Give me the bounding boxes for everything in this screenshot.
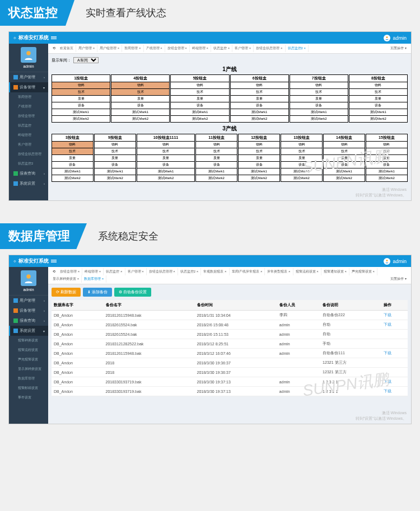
grid-cell[interactable]: 技术 — [196, 148, 237, 155]
grid-cell[interactable]: 测试Mark1 — [231, 109, 288, 116]
tab-home-icon[interactable]: ⟲ — [50, 45, 58, 52]
grid-cell[interactable]: 物料 — [137, 142, 194, 148]
nav-client[interactable]: 客户管理 — [9, 140, 48, 149]
tab[interactable]: 显示屏种类设置 × — [50, 275, 82, 283]
grid-cell[interactable]: 测试Mark1 — [196, 168, 237, 175]
grid-cell[interactable]: 物料 — [196, 142, 237, 148]
tab[interactable]: 车间管理 × — [122, 45, 143, 52]
nav-report[interactable]: 报表查询› — [9, 168, 48, 179]
grid-cell[interactable]: 质量 — [137, 155, 194, 162]
grid-cell[interactable]: 质量 — [290, 96, 348, 102]
nav-workshop[interactable]: 车间管理 — [9, 92, 48, 102]
grid-cell[interactable]: 测试Mark2 — [52, 116, 110, 122]
nav-s1[interactable]: 报警种类设置 — [9, 336, 48, 345]
grid-cell[interactable]: 技术 — [111, 89, 169, 96]
tab[interactable]: 终端管理 × — [82, 268, 104, 275]
download-link[interactable]: 下载 — [381, 349, 408, 358]
nav-s4[interactable]: 显示屏种类设置 — [9, 364, 48, 374]
menu-icon[interactable] — [51, 259, 57, 263]
menu-icon[interactable] — [51, 36, 57, 40]
grid-cell[interactable]: 测试Mark2 — [231, 116, 288, 122]
download-link[interactable]: 下载 — [381, 311, 408, 320]
grid-cell[interactable]: 测试Mark2 — [290, 116, 348, 122]
grid-cell[interactable]: 设备 — [95, 162, 136, 168]
tab[interactable]: 按钮盒状态管理 × — [254, 45, 285, 52]
grid-cell[interactable]: 设备 — [366, 162, 407, 168]
tab[interactable]: 常规数据报表 × — [201, 268, 229, 275]
grid-cell[interactable]: 设备 — [196, 162, 237, 168]
grid-cell[interactable]: 测试Mark1 — [290, 109, 348, 116]
grid-cell[interactable]: 设备 — [52, 162, 93, 168]
grid-cell[interactable]: 物料 — [366, 142, 407, 148]
download-link[interactable]: 下载 — [381, 377, 408, 387]
grid-cell[interactable]: 技术 — [171, 89, 228, 96]
tab[interactable]: 车间/产线异常报表 × — [230, 268, 265, 275]
grid-cell[interactable]: 技术 — [239, 148, 279, 155]
grid-cell[interactable]: 质量 — [349, 96, 407, 102]
grid-cell[interactable]: 设备 — [171, 102, 228, 109]
grid-cell[interactable]: 质量 — [52, 155, 93, 162]
grid-cell[interactable]: 设备 — [349, 102, 407, 109]
tab-ops[interactable]: 页面操作 ▾ — [388, 45, 409, 52]
nav-sys[interactable]: 系统设置▾ — [9, 326, 48, 336]
tab[interactable]: 客户管理 × — [125, 268, 147, 275]
nav-s6[interactable]: 报警邮箱设置 — [9, 383, 48, 393]
grid-cell[interactable]: 设备 — [111, 102, 169, 109]
nav-s3[interactable]: 声光报警设置 — [9, 355, 48, 364]
grid-cell[interactable]: 设备 — [239, 162, 279, 168]
grid-cell[interactable]: 物料 — [239, 142, 279, 148]
grid-cell[interactable]: 设备 — [281, 162, 322, 168]
nav-s5[interactable]: 数据库管理 — [9, 374, 48, 383]
grid-cell[interactable]: 设备 — [324, 162, 365, 168]
tab[interactable]: 状态监控 × — [104, 268, 125, 275]
grid-cell[interactable]: 物料 — [52, 142, 93, 148]
tab[interactable]: 欢迎首页 — [58, 45, 76, 52]
tab[interactable]: 产线管理 × — [144, 45, 165, 52]
tab-ops[interactable]: 页面操作 ▾ — [388, 275, 409, 283]
tab-home-icon[interactable]: ⟲ — [50, 268, 58, 275]
grid-cell[interactable]: 技术 — [290, 89, 348, 96]
grid-cell[interactable]: 质量 — [171, 96, 228, 102]
grid-cell[interactable]: 物料 — [324, 142, 365, 148]
grid-cell[interactable]: 测试Mark1 — [95, 168, 136, 175]
user-label[interactable]: admin — [393, 35, 407, 41]
grid-cell[interactable]: 测试Mark2 — [281, 175, 322, 181]
download-link[interactable]: 下载 — [381, 320, 408, 330]
grid-cell[interactable]: 物料 — [95, 142, 136, 148]
nav-dev-mgmt[interactable]: 设备管理▾ — [9, 82, 48, 92]
grid-cell[interactable]: 物料 — [171, 82, 228, 89]
tab[interactable]: 异常类型报表 × — [265, 268, 293, 275]
grid-cell[interactable]: 测试Mark2 — [171, 116, 228, 122]
grid-cell[interactable]: 测试Mark1 — [239, 168, 279, 175]
nav-line[interactable]: 产线管理 — [9, 102, 48, 111]
grid-cell[interactable]: 技术 — [52, 89, 110, 96]
grid-cell[interactable]: 测试Mark1 — [52, 109, 110, 116]
grid-cell[interactable]: 技术 — [52, 148, 93, 155]
grid-cell[interactable]: 测试Mark2 — [137, 175, 194, 181]
grid-cell[interactable]: 测试Mark1 — [171, 109, 228, 116]
nav-status2[interactable]: 状态监控2 — [9, 159, 48, 168]
tab[interactable]: 用户管理 × — [76, 45, 97, 52]
nav-status[interactable]: 状态监控 — [9, 121, 48, 130]
tab[interactable]: 按钮盒状态管理 × — [147, 268, 178, 275]
grid-cell[interactable]: 测试Mark1 — [137, 168, 194, 175]
tab[interactable]: 报警通知设置 × — [321, 268, 349, 275]
grid-cell[interactable]: 测试Mark1 — [349, 109, 407, 116]
avatar[interactable] — [384, 35, 390, 41]
nav-user-mgmt[interactable]: 用户管理› — [9, 72, 48, 82]
grid-cell[interactable]: 技术 — [95, 148, 136, 155]
tab[interactable]: 按钮盒管理 × — [165, 45, 190, 52]
nav-btn-status[interactable]: 按钮盒状态管理 — [9, 149, 48, 159]
grid-cell[interactable]: 测试Mark2 — [239, 175, 279, 181]
grid-cell[interactable]: 测试Mark2 — [111, 116, 169, 122]
grid-cell[interactable]: 质量 — [239, 155, 279, 162]
user-label[interactable]: admin — [393, 259, 407, 264]
nav-s7[interactable]: 事件设置 — [9, 393, 48, 402]
grid-cell[interactable]: 技术 — [137, 148, 194, 155]
grid-cell[interactable]: 技术 — [366, 148, 407, 155]
grid-cell[interactable]: 质量 — [95, 155, 136, 162]
tab-active[interactable]: 状态监控2 × — [286, 45, 309, 52]
nav-dev-mgmt[interactable]: 设备管理› — [9, 306, 48, 316]
nav-sys[interactable]: 系统设置› — [9, 179, 48, 189]
grid-cell[interactable]: 测试Mark1 — [324, 168, 365, 175]
